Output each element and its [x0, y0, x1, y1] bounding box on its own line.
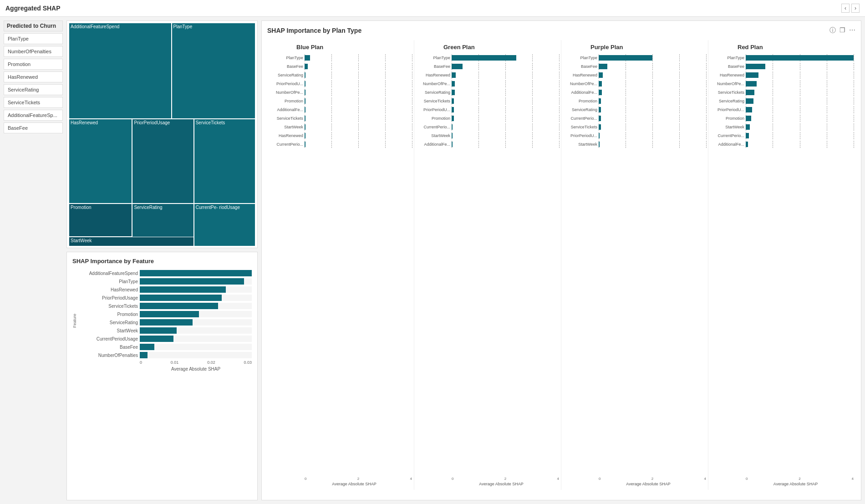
dashed-guide-line — [626, 71, 626, 79]
h-bar-area — [452, 71, 559, 79]
h-bar-row: BaseFee — [710, 63, 854, 70]
dashed-guide-line — [706, 106, 707, 113]
h-bar-fill — [305, 72, 305, 78]
dashed-guide-line — [559, 141, 560, 148]
h-bar-area — [599, 89, 706, 96]
dashed-guide-line — [385, 115, 386, 122]
dashed-guide-line — [679, 97, 680, 105]
x-axis: 0 0.01 0.02 0.03 — [140, 360, 252, 365]
dashed-guide-line — [800, 106, 800, 113]
dashed-guide-line — [773, 141, 773, 148]
dashed-guide-line — [505, 115, 506, 122]
nav-buttons: ‹ › — [841, 4, 860, 13]
h-bar-row: StartWeek — [269, 123, 412, 131]
h-bar-fill — [452, 90, 455, 95]
bar-track — [140, 295, 252, 301]
dashed-guide-line — [827, 115, 827, 122]
sidebar-item-servicetickets[interactable]: ServiceTickets — [4, 97, 63, 108]
h-bar-fill — [599, 90, 602, 95]
bar-track — [140, 311, 252, 317]
treemap-cell-label: PriorPeriodUsage — [132, 119, 171, 126]
dashed-guide-line — [652, 63, 653, 70]
dashed-guide-line — [478, 123, 479, 131]
h-bar-label: CurrentPerio... — [269, 142, 303, 147]
sidebar-item-plantype[interactable]: PlanType — [4, 33, 63, 44]
dashed-guide-line — [478, 141, 479, 148]
nav-back-button[interactable]: ‹ — [841, 4, 850, 13]
dashed-guide-line — [385, 80, 386, 87]
sidebar-item-basefee[interactable]: BaseFee — [4, 122, 63, 133]
h-bar-label: NumberOfPe... — [710, 81, 744, 86]
h-bar-label: CurrentPerio... — [416, 125, 450, 129]
sidebar-item-numberofpenalties[interactable]: NumberOfPenalties — [4, 46, 63, 57]
sidebar-item-servicerating[interactable]: ServiceRating — [4, 84, 63, 95]
bar-track — [140, 286, 252, 293]
treemap-cell: HasRenewed — [69, 119, 132, 204]
h-bar-area — [599, 141, 706, 148]
h-bar-fill — [746, 64, 765, 69]
dashed-guide-line — [800, 97, 800, 105]
h-bar-fill — [599, 98, 601, 104]
h-bar-row: PlanType — [269, 54, 412, 61]
dashed-guide-line — [559, 132, 560, 139]
dashed-guide-line — [652, 141, 653, 148]
h-x-axis: 024 — [710, 477, 854, 481]
dashed-guide-line — [412, 80, 412, 87]
h-bar-area — [305, 54, 412, 61]
expand-icon[interactable]: ❐ — [840, 26, 845, 35]
plan-charts-grid: Blue PlanPlanTypeBaseFeeServiceRatingPri… — [267, 40, 855, 490]
h-bar-label: PlanType — [416, 56, 450, 60]
h-bar-label: CurrentPerio... — [710, 133, 744, 138]
info-icon[interactable]: ⓘ — [829, 26, 836, 35]
h-bar-area — [305, 89, 412, 96]
h-bar-fill — [746, 72, 758, 78]
bar-row: BaseFee — [79, 344, 252, 350]
bar-label: ServiceRating — [79, 320, 138, 325]
sidebar-item-additionalfeaturesp[interactable]: AdditionalFeatureSp... — [4, 110, 63, 121]
h-bar-row: HasRenewed — [269, 132, 412, 139]
h-bar-area — [746, 54, 854, 61]
bar-label: StartWeek — [79, 328, 138, 333]
h-bar-row: ServiceRating — [269, 71, 412, 79]
dashed-guide-line — [532, 132, 533, 139]
h-bar-fill — [599, 72, 603, 78]
right-section-header: SHAP Importance by Plan Type ⓘ ❐ ⋯ — [267, 26, 855, 35]
dashed-guide-line — [773, 63, 773, 70]
h-bar-area — [452, 89, 559, 96]
dashed-guide-line — [652, 123, 653, 131]
dashed-guide-line — [706, 123, 707, 131]
dashed-guide-line — [706, 63, 707, 70]
h-bar-label: HasRenewed — [416, 73, 450, 77]
h-bar-row: HasRenewed — [416, 71, 559, 79]
dashed-guide-line — [358, 132, 359, 139]
dashed-guide-line — [773, 89, 773, 96]
h-bar-label: AdditionalFe... — [710, 142, 744, 147]
top-bar: Aggregated SHAP ‹ › — [0, 0, 865, 17]
h-bar-fill — [746, 124, 750, 130]
bar-chart: AdditionalFeatureSpendPlanTypeHasRenewed… — [79, 270, 252, 358]
dashed-guide-line — [331, 89, 332, 96]
bar-track — [140, 303, 252, 309]
dashed-guide-line — [532, 97, 533, 105]
more-icon[interactable]: ⋯ — [849, 26, 855, 35]
sidebar-item-hasrenewed[interactable]: HasRenewed — [4, 71, 63, 82]
h-bar-label: BaseFee — [269, 64, 303, 69]
nav-forward-button[interactable]: › — [851, 4, 860, 13]
h-bar-fill — [452, 64, 463, 69]
dashed-guide-line — [827, 106, 827, 113]
bar-track — [140, 344, 252, 350]
h-bar-fill — [452, 107, 454, 112]
dashed-guide-line — [706, 97, 707, 105]
dashed-guide-line — [505, 141, 506, 148]
dashed-guide-line — [773, 71, 773, 79]
h-bar-label: PlanType — [563, 56, 597, 60]
sidebar-item-promotion[interactable]: Promotion — [4, 59, 63, 70]
dashed-guide-line — [505, 63, 506, 70]
dashed-guide-line — [358, 89, 359, 96]
plan-chart: Blue PlanPlanTypeBaseFeeServiceRatingPri… — [267, 40, 414, 490]
treemap-cell-label: Promotion — [69, 204, 93, 211]
middle-section: AdditionalFeatureSpendPlanTypeHasRenewed… — [66, 20, 258, 500]
treemap-cell: ServiceTickets — [194, 119, 255, 204]
h-bar-fill — [746, 90, 754, 95]
h-bar-row: ServiceTickets — [563, 123, 706, 131]
